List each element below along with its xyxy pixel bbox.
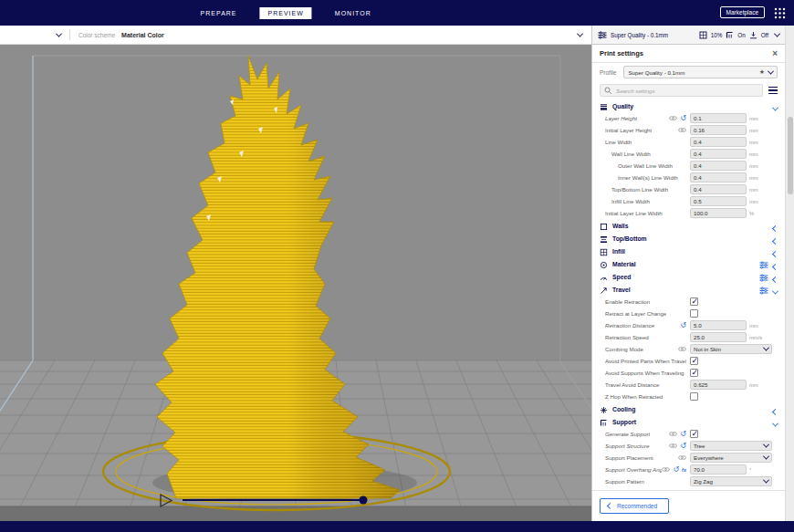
category-quality[interactable]: Quality xyxy=(592,100,785,112)
print-setup-summary-bar[interactable]: Super Quality - 0.1mm 10% On Off xyxy=(591,26,785,45)
print-settings-panel: Print settings × Profile Super Quality -… xyxy=(591,45,785,521)
summary-support: On xyxy=(737,32,745,38)
setting-value-input[interactable]: 0.1 xyxy=(690,113,747,123)
settings-scrollbar[interactable] xyxy=(785,26,794,521)
category-infill[interactable]: Infill xyxy=(592,245,785,257)
tab-preview[interactable]: PREVIEW xyxy=(260,7,312,19)
quality-icon xyxy=(600,99,608,115)
search-input[interactable]: Search settings xyxy=(600,84,763,97)
category-material[interactable]: Material xyxy=(592,258,785,270)
setting-value-input[interactable]: 0.4 xyxy=(690,161,747,171)
category-cooling[interactable]: Cooling xyxy=(592,403,785,415)
viewport-3d[interactable] xyxy=(0,45,591,521)
travel-icon xyxy=(600,282,608,298)
layer-slider-handle[interactable] xyxy=(360,496,368,505)
viewport-scene xyxy=(0,45,591,521)
setting-row-inner-wall-s-line-width[interactable]: Inner Wall(s) Line Width0.4mm xyxy=(592,172,785,183)
setting-row-avoid-supports-when-traveling[interactable]: Avoid Supports When Traveling xyxy=(592,367,785,379)
setting-checkbox[interactable] xyxy=(690,369,698,377)
setting-checkbox[interactable] xyxy=(690,430,698,438)
setting-row-generate-support[interactable]: Generate Support↺ xyxy=(592,428,785,440)
category-support[interactable]: Support xyxy=(592,416,785,428)
setting-value-input[interactable]: 100.0 xyxy=(690,208,747,218)
setting-value-input[interactable]: 0.16 xyxy=(690,125,747,135)
tab-prepare[interactable]: PREPARE xyxy=(193,7,246,19)
setting-row-travel-avoid-distance[interactable]: Travel Avoid Distance0.625mm xyxy=(592,379,785,391)
setting-row-support-pattern[interactable]: Support PatternZig Zag xyxy=(592,475,785,487)
close-icon[interactable]: × xyxy=(772,49,778,58)
setting-value-input[interactable]: 0.4 xyxy=(690,149,747,159)
summary-infill: 10% xyxy=(711,32,723,38)
link-icon xyxy=(678,346,686,353)
search-row: Search settings xyxy=(592,81,785,99)
app-switcher-icon[interactable] xyxy=(774,6,786,23)
infill-summary-icon xyxy=(699,26,707,43)
revert-icon[interactable]: ↺ xyxy=(680,115,686,122)
setting-row-support-structure[interactable]: Support Structure↺Tree xyxy=(592,440,785,452)
category-speed[interactable]: Speed xyxy=(592,271,785,283)
scrollbar-thumb[interactable] xyxy=(788,117,793,194)
chevron-down-icon xyxy=(768,68,774,74)
setting-checkbox[interactable] xyxy=(690,357,698,365)
category-travel[interactable]: Travel xyxy=(592,284,785,296)
marketplace-button[interactable]: Marketplace xyxy=(720,6,765,18)
sliders-icon xyxy=(598,26,607,43)
setting-value-input[interactable]: 0.625 xyxy=(690,380,747,390)
link-icon xyxy=(662,466,670,474)
setting-row-outer-wall-line-width[interactable]: Outer Wall Line Width0.4mm xyxy=(592,160,785,172)
tab-monitor[interactable]: MONITOR xyxy=(327,7,380,19)
revert-icon[interactable]: ↺ xyxy=(673,466,679,474)
revert-icon[interactable]: ↺ xyxy=(680,322,686,329)
settings-visibility-menu-icon[interactable] xyxy=(768,87,778,95)
setting-row-layer-height[interactable]: Layer Height↺0.1mm xyxy=(592,112,785,124)
chevron-left-icon xyxy=(607,503,613,509)
bottom-edge-bar xyxy=(0,521,794,532)
view-options-chevron-icon[interactable] xyxy=(56,30,62,37)
setting-value-input[interactable]: 25.0 xyxy=(690,332,747,342)
setting-dropdown[interactable]: Not in Skin xyxy=(690,344,772,354)
setting-value-input[interactable]: 0.4 xyxy=(690,137,747,147)
setting-row-line-width[interactable]: Line Width0.4mm xyxy=(592,136,785,148)
panel-footer: Recommended xyxy=(592,490,785,521)
color-scheme-dropdown[interactable]: Material Color xyxy=(121,32,164,38)
setting-value-input[interactable]: 0.4 xyxy=(690,184,747,194)
setting-checkbox[interactable] xyxy=(690,309,698,318)
category-top-bottom[interactable]: Top/Bottom xyxy=(592,233,785,245)
setting-row-retraction-speed[interactable]: Retraction Speed25.0mm/s xyxy=(592,331,785,343)
setting-row-z-hop-when-retracted[interactable]: Z Hop When Retracted xyxy=(592,391,785,402)
setting-row-infill-line-width[interactable]: Infill Line Width0.5mm xyxy=(592,195,785,207)
setting-checkbox[interactable] xyxy=(690,297,698,306)
recommended-mode-button[interactable]: Recommended xyxy=(600,498,669,514)
setting-dropdown[interactable]: Tree xyxy=(690,441,772,451)
revert-icon[interactable]: ↺ xyxy=(680,431,686,438)
star-icon[interactable]: ★ xyxy=(759,68,765,76)
setting-dropdown[interactable]: Zig Zag xyxy=(690,476,772,486)
search-placeholder: Search settings xyxy=(616,88,655,94)
fx-icon[interactable]: fx xyxy=(682,466,686,473)
setting-value-input[interactable]: 0.5 xyxy=(690,196,747,206)
setting-row-enable-retraction[interactable]: Enable Retraction xyxy=(592,296,785,308)
setting-row-avoid-printed-parts-when-traveling[interactable]: Avoid Printed Parts When Traveling xyxy=(592,355,785,367)
stage-tabs: PREPARE PREVIEW MONITOR xyxy=(193,0,380,26)
profile-dropdown[interactable]: Super Quality - 0.1mm ★ xyxy=(623,66,778,78)
setting-value-input[interactable]: 0.4 xyxy=(690,172,747,183)
panel-title: Print settings xyxy=(600,49,643,57)
setting-row-retraction-distance[interactable]: Retraction Distance↺5.0mm xyxy=(592,319,785,331)
setting-row-wall-line-width[interactable]: Wall Line Width0.4mm xyxy=(592,148,785,160)
setting-row-support-overhang-angle[interactable]: Support Overhang Angle↺fx70.0° xyxy=(592,464,785,475)
setting-row-initial-layer-line-width[interactable]: Initial Layer Line Width100.0% xyxy=(592,207,785,219)
revert-icon[interactable]: ↺ xyxy=(680,443,686,450)
toolbar-collapse-chevron-icon[interactable] xyxy=(577,30,583,37)
setting-checkbox[interactable] xyxy=(690,392,698,401)
setting-row-initial-layer-height[interactable]: Initial Layer Height0.16mm xyxy=(592,124,785,136)
setting-value-input[interactable]: 70.0 xyxy=(690,464,747,475)
setting-row-top-bottom-line-width[interactable]: Top/Bottom Line Width0.4mm xyxy=(592,183,785,195)
setting-value-input[interactable]: 5.0 xyxy=(690,320,747,330)
setting-row-retract-at-layer-change[interactable]: Retract at Layer Change xyxy=(592,308,785,319)
top-bar: PREPARE PREVIEW MONITOR Marketplace xyxy=(0,0,794,26)
setting-dropdown[interactable]: Everywhere xyxy=(690,453,772,463)
summary-chevron-icon[interactable] xyxy=(774,30,780,37)
category-walls[interactable]: Walls xyxy=(592,220,785,232)
setting-row-combing-mode[interactable]: Combing ModeNot in Skin xyxy=(592,343,785,355)
setting-row-support-placement[interactable]: Support PlacementEverywhere xyxy=(592,452,785,464)
